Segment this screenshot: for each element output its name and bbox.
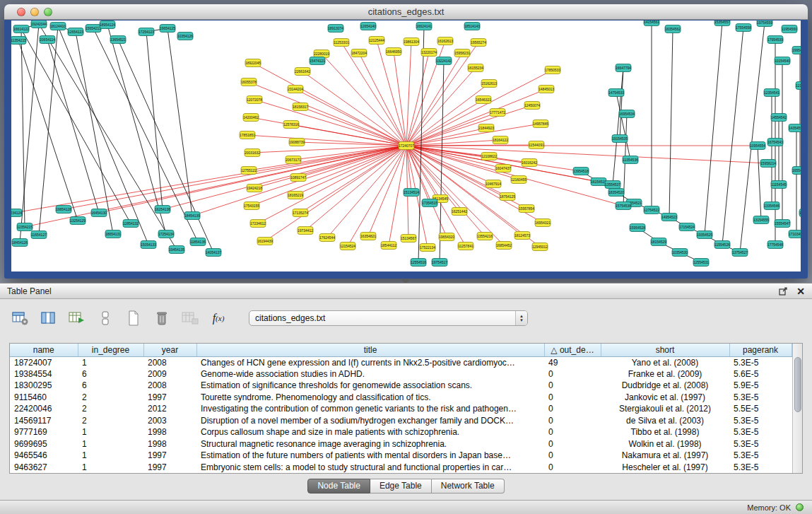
graph-node[interactable]: 17543155 bbox=[244, 202, 259, 210]
graph-node[interactable]: 13754527 bbox=[732, 249, 748, 257]
graph-node[interactable]: 12654140 bbox=[360, 23, 376, 30]
graph-node[interactable]: 19861304 bbox=[404, 38, 419, 46]
graph-node[interactable]: 16251442 bbox=[452, 208, 467, 216]
graph-node[interactable]: 14054137 bbox=[206, 249, 221, 257]
graph-node[interactable]: 17771472 bbox=[490, 109, 505, 117]
minimize-window-button[interactable] bbox=[30, 8, 39, 16]
graph-node[interactable]: 16354821 bbox=[360, 233, 376, 240]
graph-node[interactable]: 19424218 bbox=[247, 185, 262, 192]
edit-table-icon[interactable] bbox=[68, 310, 86, 327]
graph-node[interactable]: 12554531 bbox=[693, 259, 709, 267]
graph-node[interactable]: 15354557 bbox=[714, 21, 730, 26]
graph-node[interactable]: 13554537 bbox=[605, 181, 620, 189]
graph-node[interactable]: 14845013 bbox=[539, 86, 554, 93]
graph-node[interactable]: 18754553 bbox=[799, 209, 801, 217]
graph-node[interactable]: 11854136 bbox=[190, 238, 206, 246]
column-header-pagerank[interactable]: pagerank bbox=[729, 344, 792, 356]
graph-node[interactable]: 12755122 bbox=[241, 167, 257, 175]
graph-node[interactable]: 18154529 bbox=[651, 238, 666, 246]
graph-node[interactable]: 19454135 bbox=[169, 246, 184, 254]
graph-node[interactable]: 16614122 bbox=[13, 25, 29, 33]
graph-node[interactable]: 18922045 bbox=[245, 59, 261, 67]
float-panel-icon[interactable] bbox=[779, 287, 788, 296]
graph-node[interactable]: 13354546 bbox=[764, 202, 779, 210]
graph-node[interactable]: 10154540 bbox=[775, 57, 790, 65]
graph-node[interactable]: 12154524 bbox=[340, 243, 355, 250]
graph-node[interactable]: 16016242 bbox=[522, 159, 537, 167]
column-header-name[interactable]: name bbox=[10, 344, 78, 356]
graph-node[interactable]: 13254129 bbox=[70, 217, 86, 225]
graph-node[interactable]: 15054133 bbox=[141, 241, 156, 249]
graph-node[interactable]: 18472204 bbox=[351, 49, 367, 57]
graph-node[interactable]: 10954554 bbox=[750, 142, 765, 150]
column-header-out-degree[interactable]: △ out_de… bbox=[544, 344, 601, 356]
graph-node[interactable]: 12125444 bbox=[369, 37, 384, 45]
graph-node[interactable]: 10354530 bbox=[672, 249, 688, 257]
graph-node[interactable]: 16162613 bbox=[437, 37, 453, 45]
close-window-button[interactable] bbox=[17, 8, 25, 16]
graph-node[interactable]: 16155234 bbox=[468, 64, 483, 72]
graph-node[interactable]: 19854128 bbox=[56, 206, 71, 214]
graph-node[interactable]: 22661642 bbox=[295, 68, 310, 76]
column-header-year[interactable]: year bbox=[143, 344, 196, 356]
graph-node[interactable]: 17234612 bbox=[250, 220, 266, 228]
graph-node[interactable]: 11253301 bbox=[334, 39, 349, 47]
graph-node[interactable]: 16754543 bbox=[767, 139, 783, 146]
graph-node[interactable]: 14200462 bbox=[243, 114, 259, 122]
table-options-icon[interactable] bbox=[11, 310, 30, 327]
graph-node[interactable]: 11354536 bbox=[623, 156, 638, 164]
graph-node[interactable]: 12072078 bbox=[247, 96, 262, 104]
scrollbar-thumb[interactable] bbox=[794, 357, 801, 412]
graph-node[interactable]: 19654125 bbox=[160, 25, 175, 33]
graph-node[interactable]: 18124410 bbox=[50, 23, 66, 30]
graph-node[interactable]: 13224142 bbox=[436, 57, 452, 65]
graph-node[interactable]: 15134514 bbox=[404, 189, 419, 197]
table-row[interactable]: 1456911722003Disruption of a novel membe… bbox=[10, 415, 792, 427]
graph-node[interactable]: 17522134 bbox=[420, 244, 435, 252]
graph-node[interactable]: 16647794 bbox=[616, 64, 631, 72]
graph-node[interactable]: 20673171 bbox=[286, 156, 301, 164]
graph-node[interactable]: 13954518 bbox=[573, 168, 589, 175]
graph-node[interactable]: 12754522 bbox=[644, 206, 659, 214]
graph-node[interactable]: 18165219 bbox=[288, 192, 303, 199]
graph-node[interactable]: 19088739 bbox=[289, 139, 305, 146]
graph-node[interactable]: 14957845 bbox=[533, 120, 548, 128]
table-selector-dropdown[interactable]: citations_edges.txt ▲▼ bbox=[249, 310, 528, 326]
graph-node[interactable]: 14354551 bbox=[789, 124, 801, 132]
column-header-short[interactable]: short bbox=[601, 344, 729, 356]
graph-node[interactable]: 15958214 bbox=[760, 160, 776, 168]
graph-node[interactable]: 16454130 bbox=[91, 209, 107, 217]
new-document-icon[interactable] bbox=[124, 310, 143, 327]
graph-node[interactable]: 16854452 bbox=[496, 242, 512, 250]
graph-node[interactable]: 18954124 bbox=[100, 21, 115, 29]
graph-node[interactable]: 17850533 bbox=[545, 66, 560, 74]
graph-node[interactable]: 18124573 bbox=[514, 232, 530, 240]
table-row[interactable]: 946362711997Embryonic stem cells: a mode… bbox=[10, 462, 792, 474]
graph-node[interactable]: 17624544 bbox=[319, 234, 335, 242]
graph-node[interactable]: 19754559 bbox=[757, 21, 772, 27]
graph-node[interactable]: 15474121 bbox=[310, 57, 325, 65]
graph-node[interactable]: 15162613 bbox=[481, 80, 497, 88]
graph-node[interactable]: 17254123 bbox=[139, 28, 154, 36]
graph-node[interactable]: 18454139 bbox=[184, 212, 200, 220]
graph-node[interactable]: 15958231 bbox=[454, 49, 470, 57]
graph-node[interactable]: 16954534 bbox=[619, 110, 635, 118]
graph-node[interactable]: 12354215 bbox=[17, 223, 33, 231]
graph-node[interactable]: 15754538 bbox=[616, 202, 631, 210]
graph-node[interactable]: 18354520 bbox=[608, 189, 624, 197]
graph-node[interactable]: 12654123 bbox=[68, 28, 83, 36]
graph-node[interactable]: 11954560 bbox=[782, 25, 797, 33]
graph-node[interactable]: 15134567 bbox=[401, 235, 416, 243]
graph-node[interactable]: 13154555 bbox=[753, 216, 769, 224]
graph-node[interactable]: 16954321 bbox=[535, 219, 551, 227]
graph-node[interactable]: 19734412 bbox=[298, 227, 313, 235]
graph-node[interactable]: 21844923 bbox=[478, 124, 494, 132]
graph-node[interactable]: 12945012 bbox=[532, 243, 548, 251]
graph-node[interactable]: 20654114 bbox=[40, 36, 55, 44]
table-row[interactable]: 911546021997Tourette syndrome. Phenomeno… bbox=[10, 392, 792, 404]
graph-node[interactable]: 15954528 bbox=[630, 224, 645, 232]
graph-node[interactable]: 18913074 bbox=[328, 25, 343, 33]
table-row[interactable]: 1872400712008Changes of HCN gene express… bbox=[10, 356, 792, 368]
graph-node[interactable]: 13654521 bbox=[110, 36, 126, 44]
graph-node[interactable]: 17754548 bbox=[767, 241, 783, 249]
